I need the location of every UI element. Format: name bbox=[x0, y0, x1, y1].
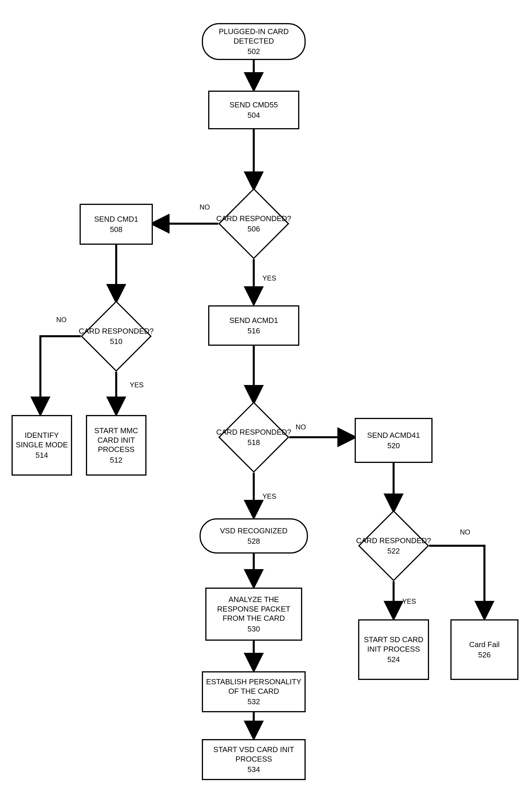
node-532-line1: ESTABLISH PERSONALITY bbox=[206, 677, 301, 687]
node-512-line1: START MMC bbox=[94, 426, 138, 436]
node-510-line1: CARD RESPONDED? bbox=[79, 326, 154, 336]
edge-label-518-no: NO bbox=[296, 423, 306, 431]
node-522-id: 522 bbox=[387, 546, 400, 556]
node-528-line1: VSD RECOGNIZED bbox=[220, 526, 287, 535]
node-514-line2: SINGLE MODE bbox=[16, 440, 68, 450]
node-508-id: 508 bbox=[110, 225, 122, 234]
node-522: CARD RESPONDED? 522 bbox=[368, 521, 419, 571]
node-506: CARD RESPONDED? 506 bbox=[229, 199, 279, 249]
node-510: CARD RESPONDED? 510 bbox=[91, 311, 141, 361]
node-518-line1: CARD RESPONDED? bbox=[216, 428, 291, 437]
node-504-id: 504 bbox=[247, 111, 260, 120]
node-502: PLUGGED-IN CARD DETECTED 502 bbox=[202, 23, 306, 60]
edge-label-510-yes: YES bbox=[130, 381, 144, 389]
node-518-id: 518 bbox=[247, 438, 260, 447]
node-520: SEND ACMD41 520 bbox=[355, 418, 433, 463]
node-532-id: 532 bbox=[247, 697, 260, 707]
node-512-line3: PROCESS bbox=[98, 445, 134, 454]
node-506-line1: CARD RESPONDED? bbox=[216, 214, 291, 223]
edge-label-506-no: NO bbox=[200, 203, 210, 211]
node-520-line1: SEND ACMD41 bbox=[367, 431, 420, 440]
node-532: ESTABLISH PERSONALITY OF THE CARD 532 bbox=[202, 671, 306, 712]
node-530-id: 530 bbox=[247, 624, 260, 634]
node-514-id: 514 bbox=[36, 451, 48, 460]
node-530-line3: FROM THE CARD bbox=[223, 614, 285, 623]
edge-label-522-yes: YES bbox=[402, 597, 416, 605]
flowchart-canvas: NO YES NO YES NO YES NO YES PLUGGED-IN C… bbox=[0, 0, 532, 800]
node-512-id: 512 bbox=[110, 455, 122, 465]
node-520-id: 520 bbox=[387, 441, 400, 451]
node-508: SEND CMD1 508 bbox=[80, 204, 153, 245]
node-534-line2: PROCESS bbox=[235, 754, 272, 764]
node-522-line1: CARD RESPONDED? bbox=[356, 536, 431, 545]
node-510-id: 510 bbox=[110, 337, 122, 346]
node-504-line1: SEND CMD55 bbox=[229, 100, 278, 110]
node-506-id: 506 bbox=[247, 224, 260, 234]
node-530-line2: RESPONSE PACKET bbox=[217, 604, 290, 614]
node-510-label: CARD RESPONDED? 510 bbox=[77, 311, 156, 361]
node-504: SEND CMD55 504 bbox=[208, 91, 299, 129]
node-524-id: 524 bbox=[387, 655, 400, 665]
node-532-line2: OF THE CARD bbox=[228, 687, 279, 696]
node-512: START MMC CARD INIT PROCESS 512 bbox=[86, 415, 147, 476]
edge-label-510-no: NO bbox=[56, 316, 66, 324]
edge-label-522-no: NO bbox=[460, 528, 470, 536]
node-528-id: 528 bbox=[247, 537, 260, 546]
node-516: SEND ACMD1 516 bbox=[208, 305, 299, 346]
node-524-line2: INIT PROCESS bbox=[367, 644, 420, 654]
node-506-label: CARD RESPONDED? 506 bbox=[214, 199, 293, 249]
node-514: IDENTIFY SINGLE MODE 514 bbox=[12, 415, 72, 476]
node-502-line1: PLUGGED-IN CARD bbox=[219, 27, 289, 36]
node-508-line1: SEND CMD1 bbox=[94, 214, 138, 224]
node-502-id: 502 bbox=[247, 47, 260, 56]
node-522-label: CARD RESPONDED? 522 bbox=[354, 521, 433, 571]
node-530: ANALYZE THE RESPONSE PACKET FROM THE CAR… bbox=[205, 587, 302, 641]
node-530-line1: ANALYZE THE bbox=[228, 595, 279, 604]
node-534-line1: START VSD CARD INIT bbox=[213, 745, 294, 754]
node-534-id: 534 bbox=[247, 765, 260, 774]
node-518-label: CARD RESPONDED? 518 bbox=[214, 412, 293, 462]
node-516-id: 516 bbox=[247, 326, 260, 335]
node-502-line2: DETECTED bbox=[233, 36, 274, 46]
node-526-line1: Card Fail bbox=[469, 640, 499, 649]
node-534: START VSD CARD INIT PROCESS 534 bbox=[202, 739, 306, 780]
node-528: VSD RECOGNIZED 528 bbox=[200, 518, 308, 553]
edge-label-518-yes: YES bbox=[262, 492, 276, 501]
node-526-id: 526 bbox=[478, 650, 491, 660]
node-518: CARD RESPONDED? 518 bbox=[229, 412, 279, 462]
node-526: Card Fail 526 bbox=[450, 619, 518, 680]
node-524-line1: START SD CARD bbox=[364, 635, 423, 644]
edge-label-506-yes: YES bbox=[262, 274, 276, 282]
node-514-line1: IDENTIFY bbox=[25, 431, 59, 440]
node-524: START SD CARD INIT PROCESS 524 bbox=[358, 619, 429, 680]
node-516-line1: SEND ACMD1 bbox=[229, 316, 278, 325]
node-512-line2: CARD INIT bbox=[97, 436, 135, 445]
